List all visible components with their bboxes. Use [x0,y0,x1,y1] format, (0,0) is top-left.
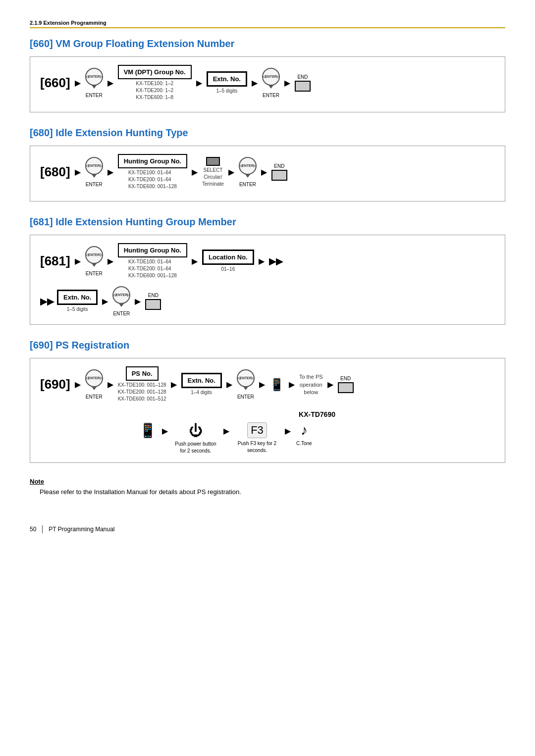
arrow-4: ▶ [252,78,258,88]
arrow-681-6: ▶ [135,297,141,306]
arrow-1: ▶ [75,78,81,88]
enter-button-690b: ◁ENTER▷ ENTER [237,369,255,400]
double-arrow-681-1: ▶▶ [269,256,283,267]
hunting-group-box: Hunting Group No. KX-TDE100: 01–64KX-TDE… [118,154,187,190]
kx-f3-step: F3 Push F3 key for 2 seconds. [235,422,279,454]
ps-phone-icon: 📱 [269,379,284,391]
section-690: [690] PS Registration [690] ▶ ◁ENTER▷ EN… [30,340,505,463]
section-690-diagram: [690] ▶ ◁ENTER▷ ENTER ▶ PS No. KX-TDE100… [30,358,505,463]
kx-title: KX-TD7690 [139,410,495,418]
section-680: [680] Idle Extension Hunting Type [680] … [30,127,505,202]
arrow-2: ▶ [107,78,113,88]
double-arrow-681-2: ▶▶ [40,296,54,307]
arrow-680-2: ▶ [107,167,113,177]
section-660-title: [660] VM Group Floating Extension Number [30,38,505,50]
footer-divider [42,525,43,533]
enter-button-681: ◁ENTER▷ ENTER [85,246,103,276]
arrow-690-6: ▶ [289,380,295,389]
section-660: [660] VM Group Floating Extension Number… [30,38,505,112]
end-box-690: END [338,376,354,393]
end-box-681: END [145,293,161,310]
section-690-title: [690] PS Registration [30,340,505,351]
arrow-680-3: ▶ [192,167,198,177]
arrow-690-7: ▶ [327,380,333,389]
kx-power-step: ⏻ Push power button for 2 seconds. [173,422,218,454]
note-section: Note Please refer to the Installation Ma… [30,478,505,496]
section-681-title: [681] Idle Extension Hunting Group Membe… [30,216,505,228]
extn-no-690: Extn. No. 1–4 digits [181,373,222,396]
extn-no-681: Extn. No. 1–5 digits [57,290,98,313]
arrow-690-4: ▶ [226,380,232,389]
enter-button-681b: ◁ENTER▷ ENTER [112,286,130,316]
arrow-690-5: ▶ [259,380,265,389]
enter-button-690: ◁ENTER▷ ENTER [85,369,103,400]
enter-button-680b: ◁ENTER▷ ENTER [239,157,257,187]
location-no-681: Location No. 01–16 [202,250,254,273]
kx-ps-phone: 📱 [139,422,157,441]
kx-ctone-step: ♪ C.Tone [296,422,312,447]
note-text: Please refer to the Installation Manual … [40,488,505,496]
hunting-group-681: Hunting Group No. KX-TDE100: 01–64KX-TDE… [118,243,187,279]
kx-arrow-2: ▶ [223,426,229,436]
arrow-690-2: ▶ [107,380,113,389]
code-690: [690] [40,377,70,392]
arrow-3: ▶ [196,78,202,88]
end-box-680: END [271,163,287,181]
arrow-681-1: ▶ [75,256,81,266]
end-box-660: END [295,74,311,92]
arrow-680-5: ▶ [261,167,267,177]
arrow-690-1: ▶ [75,380,81,389]
arrow-681-2: ▶ [107,256,113,266]
extn-no-box-660: Extn. No. 1–5 digits [207,71,247,95]
arrow-681-4: ▶ [259,256,265,266]
breadcrumb: 2.1.9 Extension Programming [30,20,505,28]
enter-button-680: ◁ENTER▷ ENTER [85,157,103,187]
arrow-5: ▶ [284,78,290,88]
section-660-diagram: [660] ▶ ◁ENTER▷ ENTER ▶ VM (DPT) Group N… [30,56,505,112]
section-680-diagram: [680] ▶ ◁ENTER▷ ENTER ▶ Hunting Group No… [30,146,505,202]
ps-no-690: PS No. KX-TDE100: 001–128KX-TDE200: 001–… [118,366,166,403]
arrow-681-5: ▶ [102,297,108,306]
kx-arrow-3: ▶ [285,426,291,436]
vm-group-box: VM (DPT) Group No. KX-TDE100: 1–2KX-TDE2… [118,65,192,101]
enter-button-2: ◁ENTER▷ ENTER [262,68,280,98]
arrow-681-3: ▶ [192,256,198,266]
kx-arrow-1: ▶ [162,426,168,436]
section-680-title: [680] Idle Extension Hunting Type [30,127,505,139]
code-680: [680] [40,164,70,180]
section-681-diagram: [681] ▶ ◁ENTER▷ ENTER ▶ Hunting Group No… [30,235,505,325]
arrow-680-4: ▶ [228,167,234,177]
arrow-680-1: ▶ [75,167,81,177]
arrow-690-3: ▶ [171,380,177,389]
note-title: Note [30,478,505,485]
kx-flow: 📱 ▶ ⏻ Push power button for 2 seconds. ▶… [139,422,495,454]
code-681: [681] [40,253,70,269]
footer-manual: PT Programming Manual [49,526,114,533]
footer: 50 PT Programming Manual [30,525,505,533]
footer-page: 50 [30,526,36,533]
kx-section: KX-TD7690 📱 ▶ ⏻ Push power button for 2 … [139,410,495,454]
select-box-680: SELECTCircular/Terminate [202,157,224,188]
section-681: [681] Idle Extension Hunting Group Membe… [30,216,505,325]
enter-button-1: ◁ENTER▷ ENTER [85,68,103,98]
code-660: [660] [40,75,70,91]
ps-operation-text: To the PSoperationbelow [299,372,323,396]
